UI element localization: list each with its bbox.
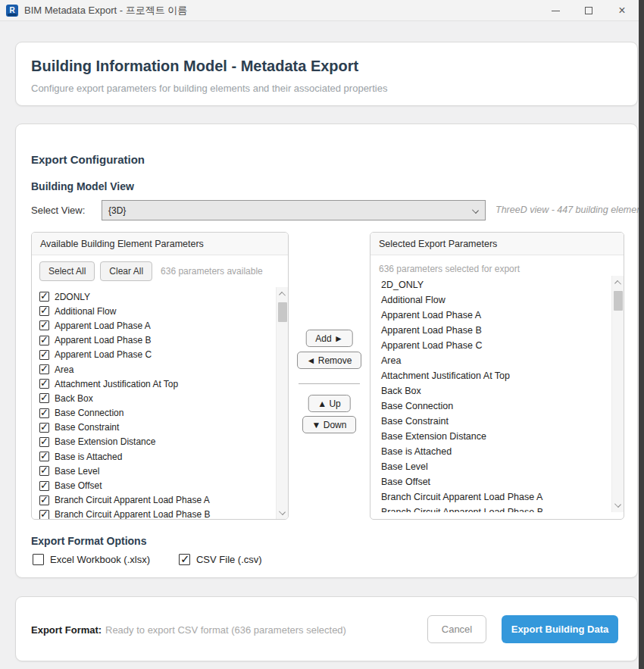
available-parameter-row[interactable]: Base Offset <box>32 478 288 492</box>
available-parameter-row[interactable]: Additional Flow <box>32 304 288 318</box>
available-parameter-row[interactable]: Area <box>32 362 288 377</box>
checkbox-icon[interactable] <box>39 408 49 418</box>
checkbox-icon[interactable] <box>39 481 49 491</box>
checkbox-icon[interactable] <box>33 554 44 565</box>
minimize-button[interactable] <box>539 0 572 21</box>
view-info-text: ThreeD view - 447 building elements <box>496 205 644 215</box>
maximize-button[interactable] <box>572 0 605 21</box>
scroll-up-icon[interactable] <box>279 292 286 299</box>
available-parameter-row[interactable]: Back Box <box>32 391 288 405</box>
bim-export-window: R BIM Metadata Export - 프로젝트 이름 × Buildi… <box>0 0 644 669</box>
available-parameter-row[interactable]: Apparent Load Phase C <box>32 348 288 362</box>
export-building-data-button[interactable]: Export Building Data <box>502 615 618 643</box>
selected-parameter-row[interactable]: Apparent Load Phase A <box>370 308 624 323</box>
scrollbar-thumb[interactable] <box>614 291 623 311</box>
parameter-label: Apparent Load Phase C <box>55 349 152 360</box>
export-configuration-title: Export Configuration <box>31 153 145 166</box>
selected-parameter-row[interactable]: Apparent Load Phase C <box>370 338 624 353</box>
scrollbar-thumb[interactable] <box>278 302 287 322</box>
parameter-label: Area <box>55 364 73 375</box>
checkbox-icon[interactable] <box>39 393 49 403</box>
parameter-label: Apparent Load Phase C <box>381 340 482 351</box>
selected-parameter-row[interactable]: Base Constraint <box>370 414 624 429</box>
available-parameter-row[interactable]: Base Constraint <box>32 420 288 435</box>
checkbox-icon[interactable] <box>39 379 49 389</box>
selected-parameter-row[interactable]: Base Extension Distance <box>370 429 624 444</box>
selected-parameter-row[interactable]: Base is Attached <box>370 444 624 459</box>
checkbox-icon[interactable] <box>39 466 49 476</box>
move-down-button[interactable]: ▼ Down <box>302 416 357 433</box>
close-button[interactable]: × <box>605 0 639 21</box>
checkbox-icon[interactable] <box>179 554 190 565</box>
selected-parameter-row[interactable]: 2D_ONLY <box>370 277 624 292</box>
checkbox-icon[interactable] <box>39 306 49 316</box>
export-format-options-title: Export Format Options <box>31 535 146 547</box>
checkbox-icon[interactable] <box>39 452 49 461</box>
parameter-label: Base Connection <box>55 408 123 418</box>
available-parameter-row[interactable]: Branch Circuit Apparent Load Phase B <box>32 508 288 520</box>
selected-parameter-row[interactable]: Back Box <box>370 383 624 399</box>
checkbox-icon[interactable] <box>39 364 49 374</box>
export-configuration-card: Export Configuration Building Model View… <box>15 123 638 578</box>
selected-parameter-row[interactable]: Branch Circuit Apparent Load Phase B <box>370 505 624 512</box>
available-parameter-row[interactable]: Base Extension Distance <box>32 435 288 449</box>
parameter-label: Base is Attached <box>55 452 122 462</box>
format-option[interactable]: Excel Workbook (.xlsx) <box>33 554 150 565</box>
selected-list-scrollbar[interactable] <box>611 276 624 512</box>
parameter-label: Base Offset <box>55 480 102 491</box>
scroll-down-icon[interactable] <box>279 508 286 515</box>
scroll-up-icon[interactable] <box>614 280 621 287</box>
maximize-icon <box>585 7 592 14</box>
available-parameter-row[interactable]: 2DONLY <box>32 289 288 304</box>
page-subtitle: Configure export parameters for building… <box>31 83 387 94</box>
selected-parameters-list[interactable]: 2D_ONLY Additional Flow Apparent Load Ph… <box>370 276 624 512</box>
window-title: BIM Metadata Export - 프로젝트 이름 <box>24 4 187 17</box>
available-parameter-row[interactable]: Attachment Justification At Top <box>32 377 288 391</box>
parameter-label: Apparent Load Phase B <box>55 335 151 345</box>
selected-parameter-row[interactable]: Base Connection <box>370 399 624 414</box>
chevron-down-icon <box>472 207 479 214</box>
available-list-scrollbar[interactable] <box>276 287 288 520</box>
available-parameter-row[interactable]: Apparent Load Phase A <box>32 318 288 333</box>
parameter-label: Base Level <box>381 461 428 472</box>
available-parameters-list[interactable]: 2DONLY Additional Flow Apparent Load Pha… <box>32 287 288 520</box>
selected-parameter-row[interactable]: Base Level <box>370 459 624 474</box>
available-parameter-row[interactable]: Base Connection <box>32 406 288 420</box>
selected-parameter-row[interactable]: Area <box>370 353 624 368</box>
selected-parameters-header: Selected Export Parameters <box>370 233 624 255</box>
checkbox-icon[interactable] <box>39 336 49 345</box>
selected-parameter-row[interactable]: Additional Flow <box>370 292 624 308</box>
parameter-label: Apparent Load Phase A <box>55 320 151 331</box>
checkbox-icon[interactable] <box>39 350 49 360</box>
divider <box>299 383 360 384</box>
available-parameter-row[interactable]: Apparent Load Phase B <box>32 333 288 348</box>
available-parameter-row[interactable]: Base Level <box>32 464 288 478</box>
view-select-dropdown[interactable]: {3D} <box>102 200 486 220</box>
clear-all-button[interactable]: Clear All <box>100 261 152 281</box>
parameter-label: Apparent Load Phase B <box>381 325 482 336</box>
window-controls: × <box>539 0 639 21</box>
move-up-button[interactable]: ▲ Up <box>308 395 351 412</box>
checkbox-icon[interactable] <box>39 510 49 520</box>
select-all-button[interactable]: Select All <box>39 261 95 281</box>
checkbox-icon[interactable] <box>39 320 49 330</box>
selected-parameter-row[interactable]: Base Offset <box>370 474 624 489</box>
format-option[interactable]: CSV File (.csv) <box>179 554 262 565</box>
selected-parameter-row[interactable]: Branch Circuit Apparent Load Phase A <box>370 489 624 505</box>
remove-button[interactable]: ◄ Remove <box>297 352 362 369</box>
selected-parameter-row[interactable]: Apparent Load Phase B <box>370 323 624 338</box>
view-select-value: {3D} <box>108 205 126 216</box>
cancel-button[interactable]: Cancel <box>427 615 486 643</box>
scroll-down-icon[interactable] <box>614 501 621 508</box>
checkbox-icon[interactable] <box>39 292 49 302</box>
checkbox-icon[interactable] <box>39 423 49 433</box>
selected-parameter-row[interactable]: Attachment Justification At Top <box>370 368 624 383</box>
parameter-label: Base Offset <box>381 477 430 487</box>
available-parameter-row[interactable]: Branch Circuit Apparent Load Phase A <box>32 493 288 508</box>
checkbox-icon[interactable] <box>39 437 49 447</box>
available-parameter-row[interactable]: Base is Attached <box>32 449 288 464</box>
parameter-label: Back Box <box>55 393 93 404</box>
add-button[interactable]: Add ► <box>305 330 353 347</box>
checkbox-icon[interactable] <box>39 495 49 505</box>
titlebar: R BIM Metadata Export - 프로젝트 이름 × <box>0 0 644 21</box>
